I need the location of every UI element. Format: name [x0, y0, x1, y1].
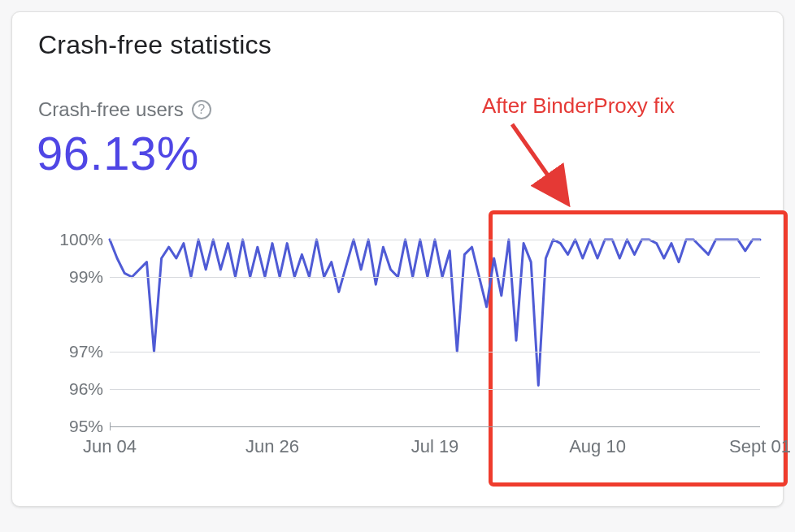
annotation-arrow-icon — [500, 116, 597, 214]
y-tick-label: 97% — [37, 342, 103, 361]
x-tick-label: Jul 19 — [411, 436, 459, 457]
svg-line-0 — [512, 124, 563, 197]
chart-gridline — [110, 240, 760, 240]
metric-subtitle-row: Crash-free users ? — [38, 98, 211, 121]
metric-subtitle: Crash-free users — [38, 98, 184, 121]
chart-plot-area — [110, 240, 760, 426]
annotation-after-fix: After BinderProxy fix — [482, 93, 675, 119]
crash-free-chart: 100%99%97%96%95% Jun 04Jun 26Jul 19Aug 1… — [37, 240, 760, 475]
x-tick-label: Jun 26 — [245, 436, 299, 457]
x-tick-label: Jun 04 — [83, 436, 137, 457]
stats-card: Crash-free statistics Crash-free users ?… — [11, 11, 784, 507]
x-tick-label: Sept 01 — [729, 436, 791, 457]
y-tick-label: 99% — [37, 267, 103, 287]
y-tick-label: 96% — [37, 379, 103, 399]
crash-free-metric: 96.13% — [37, 126, 199, 180]
x-tick-label: Aug 10 — [569, 436, 626, 457]
x-axis-line — [110, 426, 760, 427]
chart-gridline — [110, 389, 760, 390]
x-tick-mark — [110, 422, 111, 430]
chart-x-axis: Jun 04Jun 26Jul 19Aug 10Sept 01 — [110, 426, 760, 459]
chart-gridline — [110, 352, 760, 353]
help-icon[interactable]: ? — [192, 100, 211, 119]
y-tick-label: 95% — [37, 417, 103, 436]
chart-gridline — [110, 277, 760, 278]
chart-line-series — [110, 240, 760, 426]
card-title: Crash-free statistics — [38, 30, 272, 60]
y-tick-label: 100% — [37, 230, 103, 249]
series-line — [110, 240, 760, 385]
